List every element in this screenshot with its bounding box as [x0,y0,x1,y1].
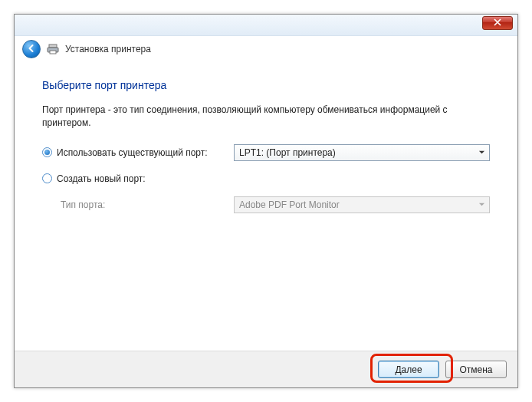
port-type-select: Adobe PDF Port Monitor [234,196,490,213]
port-type-row: Тип порта: Adobe PDF Port Monitor [42,196,490,213]
radio-create-new[interactable]: Создать новый порт: [42,173,220,184]
back-button[interactable] [22,40,41,58]
radio-icon [42,147,52,157]
svg-rect-0 [49,44,57,48]
close-icon [494,18,501,28]
next-button[interactable]: Далее [378,361,439,378]
existing-port-value: LPT1: (Порт принтера) [239,147,336,158]
svg-rect-2 [50,51,56,54]
titlebar [15,15,517,36]
existing-port-select[interactable]: LPT1: (Порт принтера) [234,144,490,161]
radio-create-new-label: Создать новый порт: [57,173,146,184]
arrow-left-icon [26,43,37,56]
footer: Далее Отмена [15,351,517,387]
option-use-existing-row: Использовать существующий порт: LPT1: (П… [42,144,490,161]
radio-use-existing-label: Использовать существующий порт: [57,147,208,158]
header-title: Установка принтера [65,44,151,54]
port-type-value: Adobe PDF Port Monitor [239,199,340,210]
page-heading: Выберите порт принтера [42,79,490,91]
chevron-down-icon [478,199,485,210]
chevron-down-icon [478,147,485,158]
content-area: Выберите порт принтера Порт принтера - э… [15,62,517,213]
cancel-button-label: Отмена [459,364,492,375]
close-button[interactable] [482,16,513,30]
option-create-new-row: Создать новый порт: [42,173,490,184]
header-row: Установка принтера [15,36,517,62]
page-description: Порт принтера - это тип соединения, позв… [42,104,490,130]
port-type-label: Тип порта: [61,199,220,210]
next-button-label: Далее [395,364,422,375]
radio-icon [42,173,52,183]
wizard-window: Установка принтера Выберите порт принтер… [14,14,518,388]
cancel-button[interactable]: Отмена [445,361,507,378]
radio-use-existing[interactable]: Использовать существующий порт: [42,147,220,158]
printer-icon [47,43,59,55]
